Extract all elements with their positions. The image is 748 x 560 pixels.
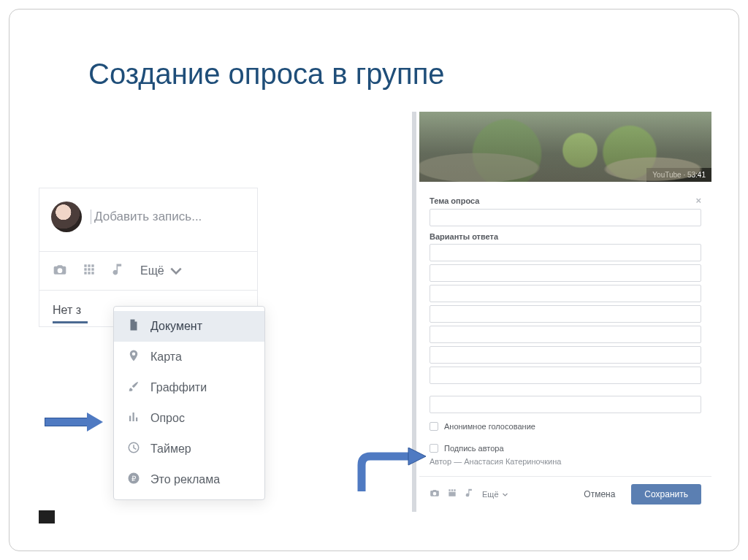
poll-footer: Ещё Отмена Сохранить (419, 476, 711, 512)
ruble-icon: ₽ (127, 472, 140, 488)
avatar[interactable] (51, 202, 82, 232)
compose-row: Добавить запись... (39, 188, 257, 251)
signature-label: Подпись автора (444, 444, 504, 453)
anonymous-row[interactable]: Анонимное голосование (430, 422, 701, 431)
poll-answers-list (430, 244, 701, 413)
poll-answers-label: Варианты ответа (430, 232, 701, 241)
answer-input[interactable] (430, 285, 701, 302)
save-button[interactable]: Сохранить (631, 484, 701, 505)
menu-item-label: Карта (150, 350, 182, 364)
answer-input[interactable] (430, 326, 701, 343)
svg-text:₽: ₽ (131, 475, 137, 483)
music-icon[interactable] (111, 262, 126, 280)
poll-editor: YouTube · 53:41 Тема опроса × Варианты о… (412, 112, 711, 512)
pin-icon (127, 349, 140, 365)
menu-item-ad[interactable]: ₽Это реклама (114, 464, 264, 495)
brush-icon (127, 380, 140, 396)
tab-no-posts[interactable]: Нет з (53, 299, 88, 323)
menu-item-label: Опрос (150, 412, 185, 425)
chevron-down-icon (169, 264, 183, 278)
answer-input[interactable] (430, 367, 701, 384)
clock-icon (127, 441, 140, 457)
bars-icon (127, 410, 140, 426)
author-line: Автор — Анастасия Катериночкина (430, 457, 701, 466)
anonymous-checkbox[interactable] (430, 422, 438, 431)
footer-more[interactable]: Ещё (482, 490, 508, 499)
menu-item-label: Документ (150, 320, 202, 333)
more-label-text: Ещё (140, 264, 164, 277)
file-icon (127, 318, 140, 334)
menu-item-graffiti[interactable]: Граффити (114, 372, 264, 403)
menu-item-timer[interactable]: Таймер (114, 434, 264, 464)
video-badge: YouTube · 53:41 (646, 168, 711, 182)
camera-icon[interactable] (430, 488, 440, 501)
answer-input[interactable] (430, 346, 701, 364)
attached-video-thumbnail[interactable]: YouTube · 53:41 (419, 112, 711, 182)
menu-item-map[interactable]: Карта (114, 342, 264, 372)
attachment-toolbar: Ещё (39, 251, 257, 290)
menu-item-poll[interactable]: Опрос (114, 403, 264, 434)
menu-item-label: Граффити (150, 381, 207, 394)
music-icon[interactable] (465, 488, 475, 501)
camera-icon[interactable] (53, 262, 67, 280)
chevron-down-icon (502, 491, 508, 498)
more-dropdown[interactable]: Ещё (140, 264, 183, 278)
arrow-to-poll-menu (45, 413, 106, 431)
menu-item-label: Таймер (150, 442, 191, 456)
poll-remove-icon[interactable]: × (695, 195, 701, 206)
poll-topic-input[interactable] (430, 209, 701, 226)
menu-item-label: Это реклама (150, 473, 220, 486)
arrow-to-anonymous (353, 448, 426, 493)
answer-input[interactable] (430, 244, 701, 261)
answer-input[interactable] (430, 305, 701, 323)
anonymous-label: Анонимное голосование (444, 422, 535, 431)
answer-input[interactable] (430, 264, 701, 282)
cancel-button[interactable]: Отмена (575, 485, 624, 504)
compose-input[interactable]: Добавить запись... (91, 210, 202, 224)
cropped-element (39, 510, 55, 523)
slide-title: Создание опроса в группе (88, 58, 445, 91)
video-icon[interactable] (447, 488, 457, 501)
video-icon[interactable] (82, 262, 96, 280)
svg-marker-2 (408, 448, 426, 465)
poll-topic-label: Тема опроса × (430, 195, 701, 206)
menu-item-document[interactable]: Документ (114, 311, 264, 342)
attach-menu: ДокументКартаГраффитиОпросТаймер₽Это рек… (113, 306, 265, 500)
signature-row[interactable]: Подпись автора (430, 444, 701, 453)
answer-input[interactable] (430, 396, 701, 413)
signature-checkbox[interactable] (430, 444, 438, 453)
slide-frame: Создание опроса в группе Добавить запись… (9, 9, 739, 551)
